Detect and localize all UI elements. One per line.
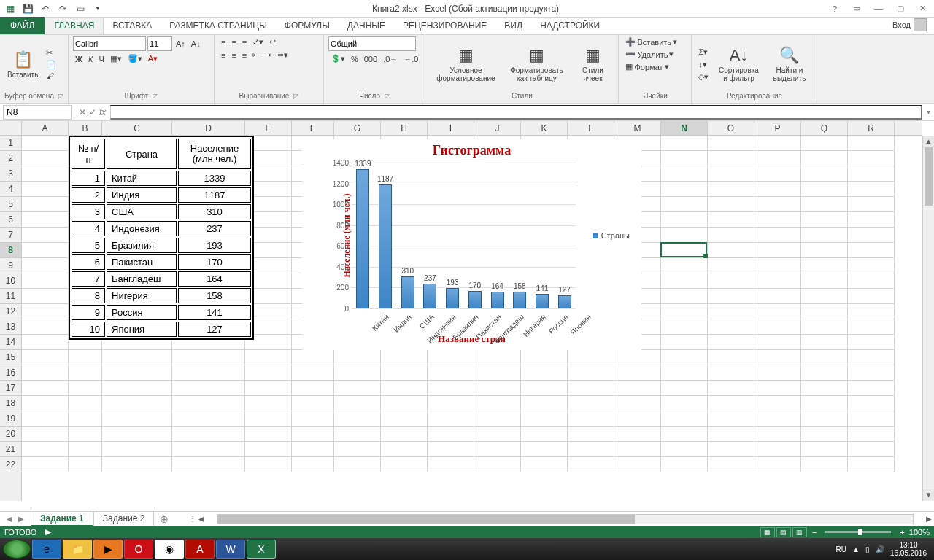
cell[interactable] (521, 442, 568, 457)
start-button[interactable] (3, 540, 31, 559)
cell[interactable] (22, 273, 69, 289)
macro-record-icon[interactable]: ▶ (45, 527, 51, 537)
cell[interactable] (22, 319, 69, 335)
cell[interactable] (521, 396, 568, 411)
cell[interactable] (568, 427, 614, 442)
scroll-down-icon[interactable]: ▼ (923, 489, 934, 501)
cell[interactable] (708, 427, 754, 442)
cell[interactable] (292, 411, 334, 427)
cell[interactable] (22, 381, 69, 396)
cell[interactable] (22, 457, 69, 472)
cell[interactable] (474, 442, 521, 457)
cell[interactable] (245, 457, 292, 472)
cell[interactable] (801, 442, 848, 457)
cell[interactable] (172, 457, 245, 472)
cell[interactable] (334, 350, 381, 365)
align-right-button[interactable]: ≡ (240, 50, 249, 61)
cell[interactable] (754, 212, 801, 228)
ribbon-tab[interactable]: ВИД (495, 17, 531, 34)
zoom-out-button[interactable]: − (812, 528, 817, 537)
cell-styles-button[interactable]: ▦Стили ячеек (571, 44, 614, 84)
font-size-combo[interactable] (147, 36, 172, 51)
row-header[interactable]: 6 (0, 212, 21, 228)
border-button[interactable]: ▦▾ (108, 53, 124, 64)
cell[interactable] (708, 365, 754, 381)
font-color-button[interactable]: A▾ (146, 53, 160, 64)
launcher-icon[interactable]: ◸ (153, 93, 158, 100)
chart-bar[interactable] (491, 292, 504, 308)
help-icon[interactable]: ? (826, 1, 844, 16)
table-cell[interactable]: 193 (178, 238, 251, 253)
copy-button[interactable]: 📄 (44, 59, 58, 70)
hscroll-left-icon[interactable]: ◀ (196, 515, 207, 523)
align-center-button[interactable]: ≡ (229, 50, 238, 61)
cell[interactable] (292, 427, 334, 442)
cell[interactable] (614, 396, 661, 411)
cell[interactable] (801, 289, 848, 304)
cell[interactable] (334, 396, 381, 411)
cell[interactable] (22, 212, 69, 228)
cell[interactable] (69, 396, 102, 411)
cell[interactable] (614, 350, 661, 365)
view-pagebreak-button[interactable]: ▥ (792, 527, 807, 537)
data-table[interactable]: № п/пСтранаНаселение (млн чел.) 1Китай13… (69, 136, 254, 340)
chart-bar[interactable] (558, 295, 571, 308)
row-header[interactable]: 9 (0, 258, 21, 273)
cell[interactable] (848, 228, 895, 243)
cell[interactable] (69, 365, 102, 381)
cell[interactable] (245, 411, 292, 427)
cell[interactable] (381, 381, 428, 396)
cell[interactable] (521, 427, 568, 442)
cell[interactable] (69, 381, 102, 396)
cell[interactable] (172, 411, 245, 427)
shrink-font-button[interactable]: A↓ (189, 39, 203, 49)
cell[interactable] (754, 197, 801, 212)
cell[interactable] (848, 197, 895, 212)
chart-bar[interactable] (401, 276, 414, 308)
cell[interactable] (334, 442, 381, 457)
cell[interactable] (245, 381, 292, 396)
column-header[interactable]: B (69, 121, 102, 135)
cell[interactable] (754, 243, 801, 258)
merge-button[interactable]: ⬌▾ (275, 50, 290, 61)
cell[interactable] (708, 212, 754, 228)
table-cell[interactable]: Китай (107, 171, 177, 186)
row-header[interactable]: 8 (0, 243, 21, 258)
cell[interactable] (474, 396, 521, 411)
cell[interactable] (661, 166, 708, 182)
cell[interactable] (521, 350, 568, 365)
cell[interactable] (661, 319, 708, 335)
cell[interactable] (708, 166, 754, 182)
underline-button[interactable]: Ч (96, 54, 106, 64)
cell[interactable] (801, 258, 848, 273)
cell[interactable] (848, 212, 895, 228)
cell[interactable] (172, 427, 245, 442)
zoom-slider[interactable] (825, 531, 891, 533)
cell[interactable] (102, 396, 172, 411)
cell[interactable] (708, 228, 754, 243)
cell[interactable] (334, 365, 381, 381)
save-icon[interactable]: 💾 (20, 1, 35, 16)
cell[interactable] (22, 350, 69, 365)
table-header[interactable]: Население (млн чел.) (178, 139, 251, 169)
cell[interactable] (614, 427, 661, 442)
cell[interactable] (334, 411, 381, 427)
table-cell[interactable]: 6 (72, 254, 105, 270)
cell[interactable] (801, 273, 848, 289)
autosum-button[interactable]: Σ▾ (696, 47, 711, 58)
cell[interactable] (801, 381, 848, 396)
cell[interactable] (102, 350, 172, 365)
row-header[interactable]: 15 (0, 350, 21, 365)
ribbon-tab[interactable]: НАДСТРОЙКИ (531, 17, 609, 34)
cell[interactable] (568, 411, 614, 427)
table-cell[interactable]: 8 (72, 288, 105, 303)
cell[interactable] (22, 411, 69, 427)
cell[interactable] (801, 197, 848, 212)
cell[interactable] (474, 457, 521, 472)
column-header[interactable]: C (102, 121, 172, 135)
cell[interactable] (102, 381, 172, 396)
insert-cells-button[interactable]: ➕ Вставить ▾ (623, 36, 687, 47)
column-header[interactable]: A (22, 121, 69, 135)
table-cell[interactable]: Россия (107, 305, 177, 320)
qat-dropdown-icon[interactable]: ▼ (90, 1, 105, 16)
